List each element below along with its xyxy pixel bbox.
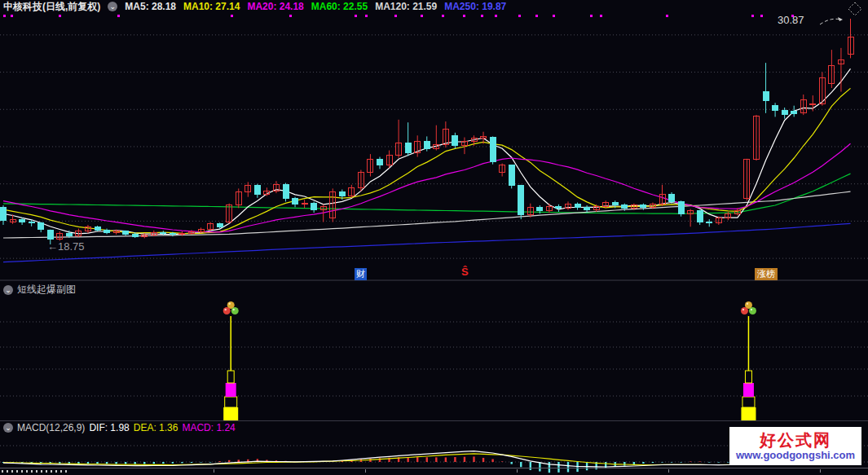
low-price-label: ←18.75: [47, 240, 85, 253]
ma10-value: MA10: 27.14: [183, 1, 240, 12]
chevron-down-icon[interactable]: ⌄: [108, 2, 117, 11]
axis-tick: [214, 469, 214, 473]
signal-bar-solid-yellow: [223, 407, 238, 420]
ma20-value: MA20: 24.18: [247, 1, 303, 12]
axis-tick: [820, 469, 821, 473]
gridlines: [0, 35, 868, 462]
signal-bar-hollow-narrow: [745, 371, 751, 383]
axis-tick: [365, 469, 366, 473]
ma5-value: MA5: 28.18: [125, 1, 176, 12]
axis-tick: [668, 469, 669, 473]
signal-bar-magenta: [226, 383, 236, 397]
ma250-line: [3, 223, 851, 262]
panel2-header: ⌄ 短线起爆副图: [3, 283, 76, 297]
dif-line: [3, 444, 851, 467]
ma120-line: [3, 191, 851, 238]
signal-dot-row: [3, 15, 794, 17]
stock-chart-window: 中核科技(日线,前复权) ⌄ MA5: 28.18 MA10: 27.14 MA…: [0, 0, 868, 475]
qibao-signals: [223, 301, 756, 420]
balloon-icon: [223, 307, 231, 314]
goodgongshi-watermark: 好公式网 www.goodgongshi.com: [729, 427, 861, 465]
macd-dif-value: DIF: 1.98: [89, 422, 129, 433]
axis-tick: [517, 469, 518, 473]
dea-line: [3, 450, 851, 465]
cai-news-badge[interactable]: 财: [355, 268, 367, 280]
chart-canvas[interactable]: [0, 0, 868, 475]
clipped-date-axis: [2, 470, 70, 473]
ma10-line: [3, 88, 851, 233]
chevron-down-icon[interactable]: ⌄: [3, 285, 13, 295]
main-chart-legend: 中核科技(日线,前复权) ⌄ MA5: 28.18 MA10: 27.14 MA…: [0, 0, 868, 12]
macd-dea-value: DEA: 1.36: [134, 422, 178, 433]
ma5-line: [3, 68, 851, 234]
signal-bar-solid-yellow: [741, 407, 756, 420]
chevron-down-icon[interactable]: ⌄: [3, 423, 13, 433]
high-price-label: 30.87: [778, 14, 804, 26]
ma120-value: MA120: 21.59: [375, 1, 437, 12]
watermark-url: www.goodgongshi.com: [736, 449, 855, 461]
macd-macd-value: MACD: 1.24: [182, 422, 235, 433]
s-signal-badge[interactable]: Ŝ: [461, 266, 469, 278]
ma-lines: [3, 68, 851, 262]
signal-bar-hollow-yellow: [225, 397, 237, 407]
macd-title: MACD(12,26,9): [17, 422, 85, 433]
ma60-value: MA60: 22.55: [311, 1, 368, 12]
balloon-icon: [741, 307, 748, 314]
zhangbang-badge[interactable]: 涨榜: [755, 268, 778, 280]
macd-header: ⌄ MACD(12,26,9) DIF: 1.98 DEA: 1.36 MACD…: [3, 422, 236, 433]
ma250-value: MA250: 19.87: [444, 1, 506, 12]
panel2-title: 短线起爆副图: [17, 283, 76, 297]
balloon-icon: [231, 307, 239, 314]
watermark-brand: 好公式网: [760, 431, 831, 449]
balloon-icon: [749, 307, 756, 314]
signal-bar-hollow-narrow: [227, 371, 234, 383]
ma20-line: [3, 143, 851, 231]
signal-bar-hollow-yellow: [742, 397, 755, 407]
signal-bar-magenta: [743, 383, 754, 397]
symbol-title: 中核科技(日线,前复权): [3, 1, 100, 12]
